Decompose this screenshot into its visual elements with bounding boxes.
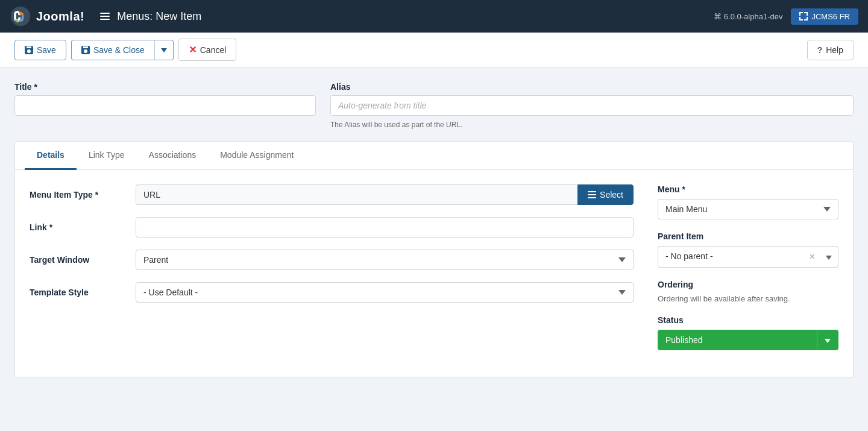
save-close-label: Save & Close (93, 45, 145, 55)
navbar-title: Menus: New Item (99, 10, 714, 23)
menu-item-type-value: URL (136, 184, 577, 205)
status-group: Published (658, 330, 838, 350)
title-group: Title * (14, 82, 316, 129)
help-button[interactable]: ? Help (807, 40, 854, 60)
status-value: Published (658, 330, 817, 350)
menu-item-type-row: Menu Item Type * URL Select (30, 184, 634, 205)
alias-label: Alias (330, 82, 854, 92)
version-label: ⌘ 6.0.0-alpha1-dev (714, 12, 782, 21)
tab-right-column: Menu * Main Menu Parent Item - No parent… (658, 184, 838, 362)
brand-name: Joomla! (36, 10, 84, 24)
template-style-control: - Use Default - (136, 282, 634, 303)
status-field: Status Published (658, 315, 838, 350)
ordering-field: Ordering Ordering will be available afte… (658, 280, 838, 303)
tab-details[interactable]: Details (25, 142, 77, 170)
status-label: Status (658, 315, 838, 325)
brand: Joomla! (10, 5, 84, 27)
tab-associations[interactable]: Associations (137, 142, 209, 170)
save-close-icon (81, 46, 90, 54)
save-close-group: Save & Close (71, 40, 174, 60)
chevron-down-icon (161, 48, 167, 52)
link-control (136, 217, 634, 238)
navbar-right: ⌘ 6.0.0-alpha1-dev JCMS6 FR (714, 8, 858, 25)
external-link-icon (799, 12, 808, 20)
svg-rect-3 (100, 19, 110, 20)
status-chevron-icon (825, 339, 831, 343)
target-window-row: Target Window Parent New window Popup (30, 250, 634, 270)
parent-item-field: Parent Item - No parent - × (658, 231, 838, 268)
page-title: Menus: New Item (117, 10, 201, 23)
template-style-select[interactable]: - Use Default - (136, 282, 634, 303)
svg-rect-4 (588, 191, 596, 192)
ordering-label: Ordering (658, 280, 838, 289)
parent-item-dropdown-button[interactable] (820, 246, 838, 268)
select-button[interactable]: Select (577, 184, 634, 205)
tab-left-column: Menu Item Type * URL Select Link * (30, 184, 634, 362)
cancel-button[interactable]: ✕ Cancel (178, 39, 237, 61)
joomla-logo-icon (10, 5, 31, 27)
alias-input[interactable] (330, 95, 854, 116)
cancel-label: Cancel (200, 45, 227, 55)
menu-bars-icon (99, 10, 111, 22)
save-close-button[interactable]: Save & Close (71, 40, 154, 60)
menu-label: Menu * (658, 184, 838, 194)
help-label: Help (826, 45, 843, 55)
cancel-x-icon: ✕ (189, 44, 197, 55)
svg-point-0 (11, 7, 30, 26)
tab-link-type[interactable]: Link Type (77, 142, 137, 170)
alias-hint: The Alias will be used as part of the UR… (330, 121, 854, 129)
toolbar: Save Save & Close ✕ Cancel ? Help (0, 33, 868, 68)
navbar: Joomla! Menus: New Item ⌘ 6.0.0-alpha1-d… (0, 0, 868, 33)
user-button[interactable]: JCMS6 FR (791, 8, 858, 25)
parent-item-label: Parent Item (658, 231, 838, 241)
tab-details-content: Menu Item Type * URL Select Link * (14, 170, 854, 377)
main-content: Title * Alias The Alias will be used as … (0, 68, 868, 431)
menu-item-type-control: URL Select (136, 184, 634, 205)
menu-field: Menu * Main Menu (658, 184, 838, 219)
alias-group: Alias The Alias will be used as part of … (330, 82, 854, 129)
tabs-container: Details Link Type Associations Module As… (14, 141, 854, 170)
link-label: Link * (30, 222, 126, 232)
title-alias-row: Title * Alias The Alias will be used as … (14, 82, 854, 129)
parent-item-group: - No parent - × (658, 246, 838, 268)
menu-item-type-label: Menu Item Type * (30, 190, 126, 200)
user-button-label: JCMS6 FR (811, 12, 850, 21)
menu-item-type-input-group: URL Select (136, 184, 634, 205)
help-question-icon: ? (817, 45, 823, 55)
template-style-label: Template Style (30, 288, 126, 297)
svg-rect-2 (100, 16, 110, 17)
ordering-hint: Ordering will be available after saving. (658, 294, 838, 303)
save-icon (25, 46, 33, 54)
status-dropdown-button[interactable] (817, 330, 838, 350)
template-style-row: Template Style - Use Default - (30, 282, 634, 303)
link-row: Link * (30, 217, 634, 238)
save-button[interactable]: Save (14, 40, 66, 60)
tabs-header: Details Link Type Associations Module As… (15, 142, 853, 170)
title-label: Title * (14, 82, 316, 92)
parent-item-clear-button[interactable]: × (805, 246, 820, 268)
target-window-label: Target Window (30, 255, 126, 265)
menu-select[interactable]: Main Menu (658, 199, 838, 219)
parent-item-value: - No parent - (658, 246, 805, 268)
target-window-select[interactable]: Parent New window Popup (136, 250, 634, 270)
tab-module-assignment[interactable]: Module Assignment (208, 142, 306, 170)
svg-rect-6 (588, 197, 596, 198)
title-input[interactable] (14, 95, 316, 116)
list-icon (588, 190, 596, 199)
svg-rect-1 (100, 13, 110, 14)
target-window-control: Parent New window Popup (136, 250, 634, 270)
svg-rect-5 (588, 194, 596, 195)
select-label: Select (600, 190, 623, 200)
link-input[interactable] (136, 217, 634, 238)
save-label: Save (37, 45, 56, 55)
parent-chevron-icon (826, 256, 832, 260)
save-dropdown-button[interactable] (154, 40, 174, 60)
